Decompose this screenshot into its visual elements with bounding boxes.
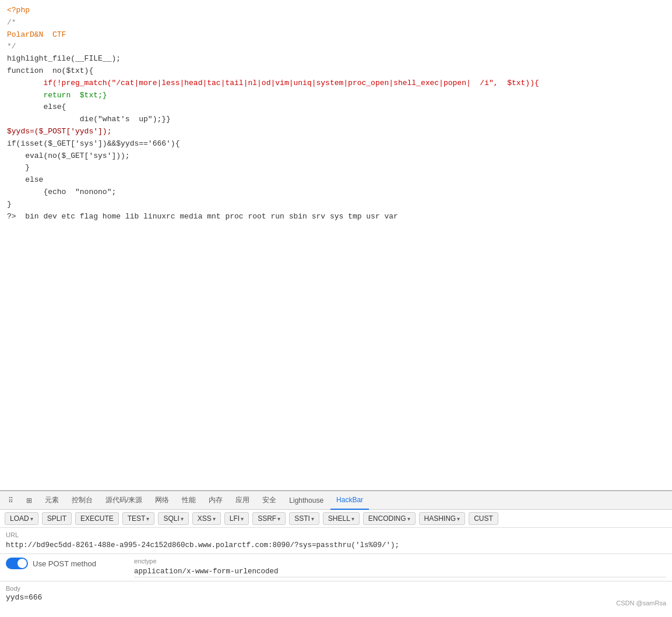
body-label: Body: [6, 585, 666, 592]
enctype-input[interactable]: [134, 566, 666, 577]
devtools-tab-[interactable]: 控制台: [66, 491, 98, 510]
code-line: ?> bin dev etc flag home lib linuxrc med…: [7, 211, 665, 223]
split-button[interactable]: SPLIT: [42, 512, 72, 525]
xss-button[interactable]: XSS ▾: [192, 512, 221, 525]
devtools-tab-[interactable]: ⊞: [20, 491, 38, 510]
code-line: /*: [7, 17, 665, 29]
devtools-tab-[interactable]: ⠿: [2, 491, 19, 510]
post-method-label: Use POST method: [33, 559, 96, 568]
code-line: $yyds=($_POST['yyds']);: [7, 126, 665, 138]
devtools-tab-[interactable]: 内存: [203, 491, 228, 510]
dropdown-arrow-6: ▾: [241, 516, 244, 522]
devtools-panel: ⠿⊞元素控制台源代码/来源网络性能内存应用安全LighthouseHackBar…: [0, 491, 672, 617]
code-line: }: [7, 162, 665, 174]
hackbar-toolbar: LOAD ▾SPLITEXECUTETEST ▾SQLI ▾XSS ▾LFI ▾…: [0, 510, 672, 528]
devtools-tab-hackbar[interactable]: HackBar: [330, 491, 369, 510]
devtools-tab-lighthouse[interactable]: Lighthouse: [283, 491, 329, 510]
ssrf-button[interactable]: SSRF ▾: [252, 512, 286, 525]
post-method-toggle[interactable]: [6, 558, 28, 569]
devtools-tab-[interactable]: 应用: [230, 491, 255, 510]
code-line: function no($txt){: [7, 65, 665, 77]
code-line: {echo "nonono";: [7, 186, 665, 199]
dropdown-arrow-7: ▾: [277, 516, 280, 522]
code-display: <?php/*PolarD&N CTF*/highlight_file(__FI…: [0, 0, 672, 491]
dropdown-arrow-5: ▾: [213, 516, 216, 522]
code-line: highlight_file(__FILE__);: [7, 53, 665, 65]
cust-button[interactable]: CUST: [469, 512, 498, 525]
hackbar-url-section: URL: [0, 528, 672, 554]
execute-button[interactable]: EXECUTE: [75, 512, 119, 525]
code-line: <?php: [7, 5, 665, 17]
hashing-button[interactable]: HASHING ▾: [419, 512, 466, 525]
post-toggle-area: Use POST method: [6, 558, 122, 569]
lfi-button[interactable]: LFI ▾: [224, 512, 249, 525]
ssti-button[interactable]: SSTI ▾: [289, 512, 319, 525]
test-button[interactable]: TEST ▾: [122, 512, 155, 525]
code-line: die("what's up");}}: [7, 114, 665, 126]
code-line: }: [7, 199, 665, 211]
url-label: URL: [6, 531, 666, 538]
dropdown-arrow-3: ▾: [146, 516, 149, 522]
shell-button[interactable]: SHELL ▾: [323, 512, 360, 525]
body-input[interactable]: [6, 593, 666, 611]
dropdown-arrow-11: ▾: [457, 516, 460, 522]
devtools-tab-[interactable]: 安全: [256, 491, 282, 510]
hackbar-post-section: Use POST method enctype: [0, 554, 672, 581]
code-line: return $txt;}: [7, 90, 665, 102]
encoding-button[interactable]: ENCODING ▾: [363, 512, 416, 525]
dropdown-arrow-10: ▾: [407, 516, 410, 522]
dropdown-arrow-4: ▾: [181, 516, 184, 522]
devtools-tab-[interactable]: 源代码/来源: [100, 491, 148, 510]
url-input[interactable]: [6, 541, 666, 549]
code-line: else{: [7, 101, 665, 114]
devtools-tab-[interactable]: 网络: [149, 491, 175, 510]
code-line: if(!preg_match("/cat|more|less|head|tac|…: [7, 77, 665, 90]
enctype-label: enctype: [134, 558, 666, 565]
dropdown-arrow-0: ▾: [30, 516, 33, 522]
devtools-tab-bar: ⠿⊞元素控制台源代码/来源网络性能内存应用安全LighthouseHackBar: [0, 491, 672, 510]
enctype-area: enctype: [134, 558, 666, 577]
devtools-tab-[interactable]: 性能: [176, 491, 202, 510]
code-line: else: [7, 174, 665, 186]
load-button[interactable]: LOAD ▾: [5, 512, 38, 525]
code-line: PolarD&N CTF: [7, 29, 665, 41]
code-line: eval(no($_GET['sys']));: [7, 150, 665, 163]
dropdown-arrow-9: ▾: [351, 516, 354, 522]
code-line: */: [7, 41, 665, 53]
dropdown-arrow-8: ▾: [311, 516, 314, 522]
hackbar-body-section: Body: [0, 581, 672, 617]
code-line: if(isset($_GET['sys'])&&$yyds=='666'){: [7, 138, 665, 150]
devtools-tab-[interactable]: 元素: [39, 491, 65, 510]
watermark: CSDN @samRsa: [616, 600, 666, 607]
sqli-button[interactable]: SQLI ▾: [158, 512, 188, 525]
